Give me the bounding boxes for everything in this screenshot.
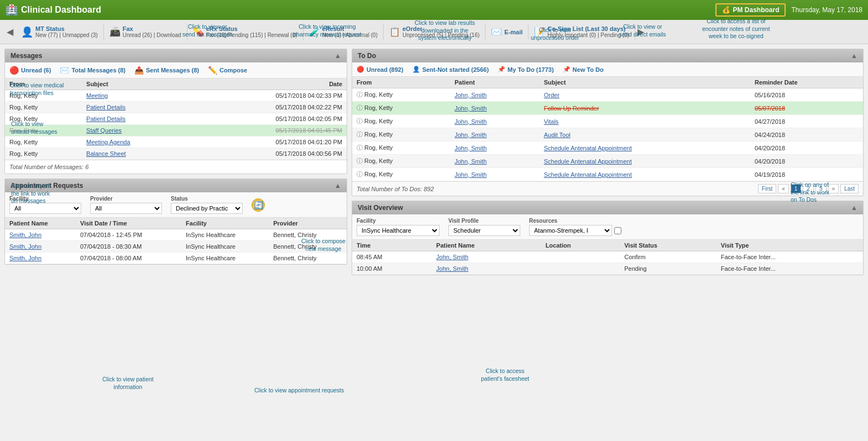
todo-patient[interactable]: John, Smith <box>450 128 539 141</box>
messages-total-tab[interactable]: ✉️ Total Messages (8) <box>60 66 126 75</box>
msg-date: 05/17/2018 04:00:56 PM <box>191 148 347 160</box>
appt-provider: Bennett, Christy <box>269 229 347 241</box>
messages-title: Messages <box>11 52 42 60</box>
msg-subject[interactable]: Patient Details <box>82 113 191 125</box>
provider-filter-select[interactable]: All <box>90 203 162 214</box>
msg-subject[interactable]: Meeting Agenda <box>82 136 191 148</box>
visit-resources-select[interactable]: Atanmo-Strempek, I <box>529 225 612 236</box>
toolbar-cosign[interactable]: 📝 Co-Sign List (Last 30 days) Highly Imp… <box>529 23 635 40</box>
appt-date: 07/04/2018 - 08:30 AM <box>76 241 181 253</box>
toolbar-email[interactable]: ✉️ E-mail <box>485 24 529 39</box>
todo-page-3-btn[interactable]: 3 <box>815 184 827 193</box>
messages-panel: Messages ▲ 🔴 Unread (6) ✉️ Total Message… <box>4 49 347 174</box>
facility-filter-select[interactable]: All <box>9 203 81 214</box>
todo-sent-not-started-tab[interactable]: 👤 Sent-Not started (2566) <box>412 66 489 73</box>
mt-status-label: MT Status <box>35 25 98 32</box>
visit-col-time: Time <box>352 240 432 251</box>
msg-from: Rog, Ketty <box>5 102 82 113</box>
visit-col-status: Visit Status <box>620 240 717 251</box>
nav-back-arrow[interactable]: ◀ <box>4 25 15 38</box>
todo-next-btn[interactable]: » <box>828 184 839 193</box>
messages-total: Total Number of Messages: 6 <box>5 160 347 174</box>
visit-col-type: Visit Type <box>717 240 863 251</box>
nav-forward-arrow[interactable]: ▶ <box>635 25 646 38</box>
toolbar-eorder[interactable]: 📋 eOrder Unprocessed (5) | Pending (16) <box>384 23 485 40</box>
appointments-filters: Facility All Provider All Status <box>5 192 347 218</box>
table-row: Rog, Ketty Meeting Agenda 05/17/2018 04:… <box>5 136 347 148</box>
todo-new-tab[interactable]: 📌 New To Do <box>563 66 604 73</box>
appointments-collapse-btn[interactable]: ▲ <box>334 182 341 190</box>
toolbar-eresult[interactable]: 🧪 eResult New (1) | Abnormal (0) <box>304 23 384 40</box>
appt-patient[interactable]: Smith, John <box>5 253 76 264</box>
todo-patient[interactable]: John, Smith <box>450 141 539 155</box>
appt-facility: InSync Healthcare <box>181 229 269 241</box>
visit-facility-select[interactable]: InSync Healthcare <box>357 225 440 236</box>
todo-subject[interactable]: Audit Tool <box>540 128 750 141</box>
msg-subject[interactable]: Balance Sheet <box>82 148 191 160</box>
facility-filter-group: Facility All <box>9 196 81 214</box>
visit-patient[interactable]: John, Smith <box>432 251 541 263</box>
toolbar-erx-status[interactable]: 💊 eRx Status Fax (10)/Pending (115) | Re… <box>187 23 304 40</box>
todo-patient[interactable]: John, Smith <box>450 168 539 181</box>
todo-date: 05/16/2018 <box>750 88 863 102</box>
todo-toolbar: 🔴 Unread (892) 👤 Sent-Not started (2566)… <box>352 62 863 77</box>
header-bar: 🏥 Clinical Dashboard 💰 PM Dashboard Thur… <box>0 0 868 20</box>
header-date: Thursday, May 17, 2018 <box>791 6 862 14</box>
status-filter-select[interactable]: Declined by Practic <box>171 203 243 214</box>
todo-subject[interactable]: Order <box>540 88 750 102</box>
todo-subject[interactable]: Schedule Antenatal Appointment <box>540 168 750 181</box>
messages-sent-tab[interactable]: 📤 Sent Messages (8) <box>134 66 199 75</box>
todo-first-btn[interactable]: First <box>758 184 776 193</box>
msg-from: Rog, Ketty <box>5 90 82 102</box>
visit-patient[interactable]: John, Smith <box>432 263 541 275</box>
pm-dashboard-button[interactable]: 💰 PM Dashboard <box>715 3 786 17</box>
msg-subject[interactable]: Patient Details <box>82 102 191 113</box>
todo-col-from: From <box>352 77 450 88</box>
todo-patient[interactable]: John, Smith <box>450 155 539 168</box>
appointments-table: Patient Name Visit Date / Time Facility … <box>5 218 347 264</box>
todo-subject[interactable]: Vitals <box>540 115 750 128</box>
msg-date: 05/17/2018 04:02:05 PM <box>191 113 347 125</box>
todo-date: 04/24/2018 <box>750 128 863 141</box>
table-row: Rog, Ketty Meeting 05/17/2018 04:02:33 P… <box>5 90 347 102</box>
todo-subject[interactable]: Schedule Antenatal Appointment <box>540 155 750 168</box>
todo-from: ⓘRog, Ketty <box>352 102 450 115</box>
visit-profile-select[interactable]: Scheduler <box>448 225 520 236</box>
table-row: 10:00 AM John, Smith Pending Face-to-Fac… <box>352 263 863 275</box>
todo-patient[interactable]: John, Smith <box>450 102 539 115</box>
visit-location <box>541 263 620 275</box>
visit-status: Confirm <box>620 251 717 263</box>
appointments-refresh-btn[interactable]: 🔄 <box>252 198 265 212</box>
appt-patient[interactable]: Smith, John <box>5 241 76 253</box>
appt-patient[interactable]: Smith, John <box>5 229 76 241</box>
provider-filter-label: Provider <box>90 196 162 202</box>
toolbar-nav-right: ▶ <box>635 25 646 38</box>
toolbar-mt-status[interactable]: 👤 MT Status New (77) | Unmapped (3) <box>15 23 104 40</box>
visit-resources-checkbox[interactable] <box>614 227 621 234</box>
todo-prev-btn[interactable]: « <box>778 184 789 193</box>
todo-page-1-btn[interactable]: 1 <box>791 184 802 193</box>
visit-overview-collapse-btn[interactable]: ▲ <box>851 204 857 212</box>
todo-collapse-btn[interactable]: ▲ <box>851 52 857 60</box>
todo-subject[interactable]: Schedule Antenatal Appointment <box>540 141 750 155</box>
todo-patient[interactable]: John, Smith <box>450 88 539 102</box>
messages-collapse-btn[interactable]: ▲ <box>334 52 341 60</box>
visit-resources-group: Resources Atanmo-Strempek, I <box>529 218 621 236</box>
todo-unread-tab[interactable]: 🔴 Unread (892) <box>357 66 404 73</box>
todo-my-tab[interactable]: 📌 My To Do (1773) <box>498 66 554 73</box>
visit-resources-label: Resources <box>529 218 621 224</box>
msg-subject[interactable]: Staff Queries <box>82 125 191 136</box>
todo-last-btn[interactable]: Last <box>840 184 859 193</box>
toolbar-fax[interactable]: 📠 Fax Unread (26) | Download <box>104 23 187 40</box>
messages-compose-tab[interactable]: ✏️ Compose <box>208 66 247 75</box>
todo-subject[interactable]: Follow Up Reminder <box>540 102 750 115</box>
appt-facility: InSync Healthcare <box>181 241 269 253</box>
todo-patient[interactable]: John, Smith <box>450 115 539 128</box>
todo-page-2-btn[interactable]: 2 <box>803 184 814 193</box>
messages-col-from: From <box>5 78 82 90</box>
messages-unread-tab[interactable]: 🔴 Unread (6) <box>9 66 51 75</box>
table-row: 08:45 AM John, Smith Confirm Face-to-Fac… <box>352 251 863 263</box>
eresult-label: eResult <box>322 25 378 32</box>
todo-pagination: First « 1 2 3 » Last <box>758 184 859 193</box>
msg-subject[interactable]: Meeting <box>82 90 191 102</box>
